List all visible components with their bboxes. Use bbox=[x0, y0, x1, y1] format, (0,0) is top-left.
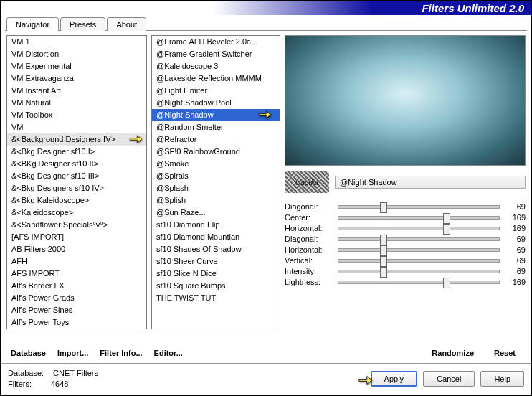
list-item[interactable]: &<BKg Designer sf10 II> bbox=[7, 158, 146, 170]
parameter-value: 69 bbox=[504, 235, 526, 243]
tab-strip: NavigatorPresetsAbout bbox=[1, 16, 531, 30]
list-item[interactable]: THE TWIST TUT bbox=[152, 292, 280, 304]
parameter-slider[interactable] bbox=[338, 216, 500, 220]
list-item[interactable]: @Frame Gradient Switcher bbox=[152, 48, 280, 60]
list-item[interactable]: Alf's Power Toys bbox=[7, 316, 146, 329]
list-item[interactable]: VM Natural bbox=[7, 97, 146, 109]
list-item[interactable]: @Night Shadow Pool bbox=[152, 97, 280, 109]
list-item[interactable]: @Splash bbox=[152, 182, 280, 194]
editor-button[interactable]: Editor... bbox=[154, 349, 183, 357]
parameter-label: Intensity: bbox=[285, 267, 333, 275]
list-item[interactable]: @Smoke bbox=[152, 158, 280, 170]
list-item[interactable]: Alf's Border FX bbox=[7, 280, 146, 292]
filter-info-button[interactable]: Filter Info... bbox=[100, 349, 142, 357]
list-item[interactable]: AFH bbox=[7, 255, 146, 268]
parameter-slider[interactable] bbox=[338, 259, 500, 263]
list-item[interactable]: AB Filters 2000 bbox=[7, 243, 146, 255]
list-item[interactable]: VM Toolbox bbox=[7, 109, 146, 121]
list-item[interactable]: @Splish bbox=[152, 194, 280, 207]
list-item[interactable]: sf10 Slice N Dice bbox=[152, 268, 280, 280]
list-item[interactable]: @SF!0 RainbowGround bbox=[152, 146, 280, 158]
list-item[interactable]: VM 1 bbox=[7, 36, 146, 48]
parameter-value: 169 bbox=[504, 213, 526, 222]
parameter-row: Horizontal:169 bbox=[285, 224, 526, 232]
list-item[interactable]: VM Instant Art bbox=[7, 85, 146, 97]
list-item[interactable]: sf10 Sheer Curve bbox=[152, 255, 280, 268]
list-item[interactable]: Alf's Power Grads bbox=[7, 292, 146, 304]
footer: Database:ICNET-Filters Filters:4648 Appl… bbox=[1, 363, 531, 395]
parameter-label: Lightness: bbox=[285, 278, 333, 286]
parameter-slider[interactable] bbox=[338, 248, 500, 252]
list-item[interactable]: [AFS IMPORT] bbox=[7, 231, 146, 243]
tab-about[interactable]: About bbox=[107, 17, 146, 31]
list-item[interactable]: @Night Shadow bbox=[152, 109, 280, 121]
reset-button[interactable]: Reset bbox=[494, 349, 516, 357]
parameter-label: Horizontal: bbox=[285, 245, 333, 254]
parameter-label: Diagonal: bbox=[285, 235, 333, 243]
list-item[interactable]: &<Background Designers IV> bbox=[7, 133, 146, 146]
list-item[interactable]: sf10 Diamond Flip bbox=[152, 219, 280, 231]
apply-button[interactable]: Apply bbox=[371, 371, 418, 387]
list-item[interactable]: VM Experimental bbox=[7, 60, 146, 72]
pointer-icon bbox=[357, 372, 373, 388]
parameter-row: Diagonal:69 bbox=[285, 235, 526, 243]
list-item[interactable]: @Kaleidoscope 3 bbox=[152, 60, 280, 72]
list-item[interactable]: @Frame AFH Beveler 2.0a... bbox=[152, 36, 280, 48]
list-item[interactable]: &<Bkg Designer sf10 I> bbox=[7, 146, 146, 158]
main-area: VM 1VM DistortionVM ExperimentalVM Extra… bbox=[1, 31, 531, 343]
list-item[interactable]: @Lakeside Reflection MMMM bbox=[152, 72, 280, 85]
list-item[interactable]: sf10 Diamond Mountian bbox=[152, 231, 280, 243]
list-item[interactable]: VM Extravaganza bbox=[7, 72, 146, 85]
parameter-value: 169 bbox=[504, 224, 526, 232]
titlebar: Filters Unlimited 2.0 bbox=[1, 1, 531, 15]
parameter-row: Vertical:69 bbox=[285, 256, 526, 265]
filter-list[interactable]: @Frame AFH Beveler 2.0a...@Frame Gradien… bbox=[151, 35, 280, 329]
list-item[interactable]: &<Kaleidoscope> bbox=[7, 207, 146, 219]
parameter-slider[interactable] bbox=[338, 205, 500, 209]
list-item[interactable]: &<Bkg Kaleidoscope> bbox=[7, 194, 146, 207]
list-item[interactable]: &<Sandflower Specials°v°> bbox=[7, 219, 146, 231]
parameter-slider[interactable] bbox=[338, 270, 500, 273]
list-item[interactable]: @Random Smelter bbox=[152, 121, 280, 133]
help-button[interactable]: Help bbox=[480, 371, 524, 387]
category-column: VM 1VM DistortionVM ExperimentalVM Extra… bbox=[6, 35, 147, 343]
list-item[interactable]: sf10 Square Bumps bbox=[152, 280, 280, 292]
parameter-slider[interactable] bbox=[338, 227, 500, 230]
tab-presets[interactable]: Presets bbox=[60, 17, 105, 31]
list-item[interactable]: @Spirals bbox=[152, 170, 280, 182]
cancel-button[interactable]: Cancel bbox=[423, 371, 475, 387]
parameter-slider[interactable] bbox=[338, 280, 500, 284]
parameter-slider[interactable] bbox=[338, 237, 500, 241]
filter-column: @Frame AFH Beveler 2.0a...@Frame Gradien… bbox=[151, 35, 280, 343]
parameter-value: 169 bbox=[504, 278, 526, 286]
randomize-button[interactable]: Randomize bbox=[432, 349, 474, 357]
parameter-value: 69 bbox=[504, 267, 526, 275]
title-text: Filters Unlimited 2.0 bbox=[422, 2, 524, 14]
list-item[interactable]: &<Bkg Designer sf10 III> bbox=[7, 170, 146, 182]
author-stamp: claudia bbox=[285, 171, 329, 193]
command-row: Database Import... Filter Info... Editor… bbox=[1, 343, 531, 363]
tab-navigator[interactable]: Navigator bbox=[6, 17, 59, 31]
filters-unlimited-window: Filters Unlimited 2.0 NavigatorPresetsAb… bbox=[0, 0, 532, 396]
parameter-row: Horizontal:69 bbox=[285, 245, 526, 254]
list-item[interactable]: Alf's Power Sines bbox=[7, 304, 146, 316]
list-item[interactable]: AFS IMPORT bbox=[7, 268, 146, 280]
list-item[interactable]: VM Distortion bbox=[7, 48, 146, 60]
parameter-label: Diagonal: bbox=[285, 202, 333, 211]
list-item[interactable]: @Light Limiter bbox=[152, 85, 280, 97]
parameter-row: Intensity:69 bbox=[285, 267, 526, 275]
preview-column: claudia @Night Shadow Diagonal:69Center:… bbox=[285, 35, 526, 343]
list-item[interactable]: @Sun Raze... bbox=[152, 207, 280, 219]
list-item[interactable]: sf10 Shades Of Shadow bbox=[152, 243, 280, 255]
preview-image bbox=[285, 35, 526, 166]
list-item[interactable]: VM bbox=[7, 121, 146, 133]
list-item[interactable]: &<Bkg Designers sf10 IV> bbox=[7, 182, 146, 194]
list-item[interactable]: @Refractor bbox=[152, 133, 280, 146]
footer-info: Database:ICNET-Filters Filters:4648 bbox=[8, 368, 98, 390]
parameter-label: Vertical: bbox=[285, 256, 333, 265]
import-button[interactable]: Import... bbox=[57, 349, 88, 357]
parameter-row: Center:169 bbox=[285, 213, 526, 222]
parameter-value: 69 bbox=[504, 245, 526, 254]
database-button[interactable]: Database bbox=[11, 349, 46, 357]
category-list[interactable]: VM 1VM DistortionVM ExperimentalVM Extra… bbox=[6, 35, 147, 329]
